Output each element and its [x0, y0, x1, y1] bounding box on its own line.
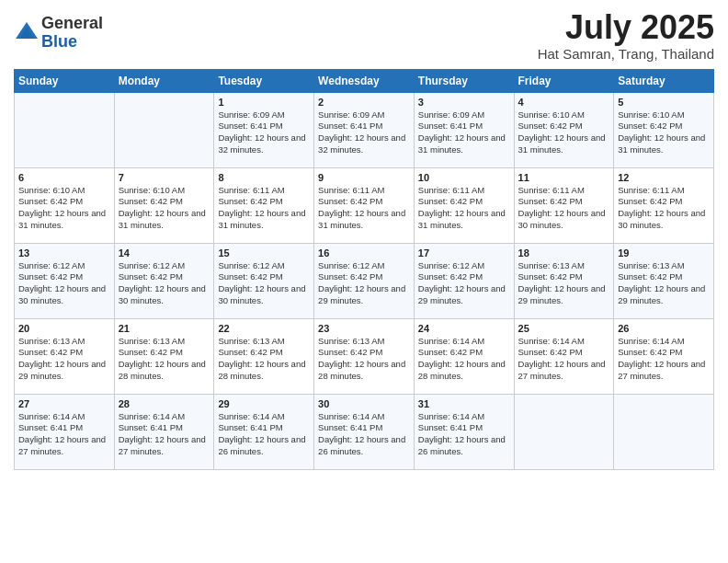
- calendar-cell: 1Sunrise: 6:09 AMSunset: 6:41 PMDaylight…: [214, 92, 314, 167]
- calendar-cell: 13Sunrise: 6:12 AMSunset: 6:42 PMDayligh…: [15, 243, 115, 318]
- page-header: General Blue July 2025 Hat Samran, Trang…: [14, 9, 714, 62]
- calendar-cell: 3Sunrise: 6:09 AMSunset: 6:41 PMDaylight…: [414, 92, 514, 167]
- weekday-header: Monday: [114, 69, 214, 92]
- day-number: 4: [518, 97, 610, 108]
- calendar-cell: 14Sunrise: 6:12 AMSunset: 6:42 PMDayligh…: [114, 243, 214, 318]
- calendar-table: SundayMondayTuesdayWednesdayThursdayFrid…: [14, 69, 714, 470]
- day-number: 17: [418, 247, 510, 259]
- calendar-cell: 25Sunrise: 6:14 AMSunset: 6:42 PMDayligh…: [514, 318, 614, 394]
- day-info: Sunrise: 6:13 AMSunset: 6:42 PMDaylight:…: [518, 260, 610, 307]
- day-number: 29: [218, 398, 310, 409]
- calendar-cell: 10Sunrise: 6:11 AMSunset: 6:42 PMDayligh…: [414, 167, 514, 243]
- calendar-cell: 22Sunrise: 6:13 AMSunset: 6:42 PMDayligh…: [214, 318, 314, 394]
- day-info: Sunrise: 6:10 AMSunset: 6:42 PMDaylight:…: [618, 109, 710, 156]
- calendar-cell: 11Sunrise: 6:11 AMSunset: 6:42 PMDayligh…: [514, 167, 614, 243]
- day-number: 20: [18, 323, 110, 334]
- day-info: Sunrise: 6:11 AMSunset: 6:42 PMDaylight:…: [318, 185, 410, 232]
- calendar-cell: 29Sunrise: 6:14 AMSunset: 6:41 PMDayligh…: [214, 394, 314, 469]
- weekday-row: SundayMondayTuesdayWednesdayThursdayFrid…: [15, 69, 714, 92]
- day-number: 12: [618, 172, 710, 183]
- day-info: Sunrise: 6:09 AMSunset: 6:41 PMDaylight:…: [418, 109, 510, 156]
- day-info: Sunrise: 6:14 AMSunset: 6:41 PMDaylight:…: [318, 411, 410, 458]
- calendar-cell: 9Sunrise: 6:11 AMSunset: 6:42 PMDaylight…: [314, 167, 415, 243]
- day-number: 21: [119, 323, 210, 334]
- day-info: Sunrise: 6:09 AMSunset: 6:41 PMDaylight:…: [318, 109, 410, 156]
- logo-text: General Blue: [41, 15, 103, 52]
- day-info: Sunrise: 6:11 AMSunset: 6:42 PMDaylight:…: [218, 185, 310, 232]
- calendar-cell: 17Sunrise: 6:12 AMSunset: 6:42 PMDayligh…: [414, 243, 514, 318]
- day-number: 27: [18, 398, 110, 409]
- calendar-week-row: 27Sunrise: 6:14 AMSunset: 6:41 PMDayligh…: [15, 394, 714, 469]
- day-info: Sunrise: 6:14 AMSunset: 6:42 PMDaylight:…: [418, 336, 510, 383]
- title-block: July 2025 Hat Samran, Trang, Thailand: [538, 9, 714, 62]
- day-info: Sunrise: 6:13 AMSunset: 6:42 PMDaylight:…: [618, 260, 710, 307]
- calendar-week-row: 13Sunrise: 6:12 AMSunset: 6:42 PMDayligh…: [15, 243, 714, 318]
- calendar-body: 1Sunrise: 6:09 AMSunset: 6:41 PMDaylight…: [15, 92, 714, 469]
- month-year: July 2025: [538, 9, 714, 46]
- logo-general: General: [41, 15, 103, 33]
- day-info: Sunrise: 6:11 AMSunset: 6:42 PMDaylight:…: [518, 185, 610, 232]
- day-info: Sunrise: 6:13 AMSunset: 6:42 PMDaylight:…: [119, 336, 210, 383]
- calendar-cell: 15Sunrise: 6:12 AMSunset: 6:42 PMDayligh…: [214, 243, 314, 318]
- day-number: 13: [18, 247, 110, 259]
- day-number: 16: [318, 247, 410, 259]
- day-info: Sunrise: 6:10 AMSunset: 6:42 PMDaylight:…: [518, 109, 610, 156]
- day-number: 1: [218, 97, 310, 108]
- calendar-cell: [114, 92, 214, 167]
- day-info: Sunrise: 6:12 AMSunset: 6:42 PMDaylight:…: [218, 260, 310, 307]
- calendar-cell: 7Sunrise: 6:10 AMSunset: 6:42 PMDaylight…: [114, 167, 214, 243]
- day-number: 24: [418, 323, 510, 334]
- day-info: Sunrise: 6:14 AMSunset: 6:41 PMDaylight:…: [218, 411, 310, 458]
- weekday-header: Thursday: [414, 69, 514, 92]
- day-number: 6: [18, 172, 110, 183]
- day-info: Sunrise: 6:13 AMSunset: 6:42 PMDaylight:…: [18, 336, 110, 383]
- calendar-cell: 6Sunrise: 6:10 AMSunset: 6:42 PMDaylight…: [15, 167, 115, 243]
- calendar-cell: 18Sunrise: 6:13 AMSunset: 6:42 PMDayligh…: [514, 243, 614, 318]
- day-number: 11: [518, 172, 610, 183]
- day-info: Sunrise: 6:12 AMSunset: 6:42 PMDaylight:…: [318, 260, 410, 307]
- day-number: 7: [119, 172, 210, 183]
- weekday-header: Tuesday: [214, 69, 314, 92]
- day-number: 5: [618, 97, 710, 108]
- calendar-cell: 31Sunrise: 6:14 AMSunset: 6:41 PMDayligh…: [414, 394, 514, 469]
- calendar-cell: 21Sunrise: 6:13 AMSunset: 6:42 PMDayligh…: [114, 318, 214, 394]
- day-info: Sunrise: 6:14 AMSunset: 6:41 PMDaylight:…: [119, 411, 210, 458]
- day-info: Sunrise: 6:12 AMSunset: 6:42 PMDaylight:…: [418, 260, 510, 307]
- day-info: Sunrise: 6:10 AMSunset: 6:42 PMDaylight:…: [119, 185, 210, 232]
- location: Hat Samran, Trang, Thailand: [538, 46, 714, 62]
- calendar-cell: [514, 394, 614, 469]
- logo-blue: Blue: [41, 33, 103, 52]
- day-info: Sunrise: 6:14 AMSunset: 6:41 PMDaylight:…: [418, 411, 510, 458]
- calendar-cell: 30Sunrise: 6:14 AMSunset: 6:41 PMDayligh…: [314, 394, 415, 469]
- calendar-cell: [15, 92, 115, 167]
- day-number: 9: [318, 172, 410, 183]
- day-info: Sunrise: 6:13 AMSunset: 6:42 PMDaylight:…: [218, 336, 310, 383]
- day-info: Sunrise: 6:09 AMSunset: 6:41 PMDaylight:…: [218, 109, 310, 156]
- day-info: Sunrise: 6:12 AMSunset: 6:42 PMDaylight:…: [18, 260, 110, 307]
- weekday-header: Sunday: [15, 69, 115, 92]
- day-info: Sunrise: 6:11 AMSunset: 6:42 PMDaylight:…: [618, 185, 710, 232]
- day-number: 8: [218, 172, 310, 183]
- day-info: Sunrise: 6:12 AMSunset: 6:42 PMDaylight:…: [119, 260, 210, 307]
- day-info: Sunrise: 6:14 AMSunset: 6:42 PMDaylight:…: [618, 336, 710, 383]
- calendar-cell: 26Sunrise: 6:14 AMSunset: 6:42 PMDayligh…: [614, 318, 714, 394]
- calendar-cell: 27Sunrise: 6:14 AMSunset: 6:41 PMDayligh…: [15, 394, 115, 469]
- weekday-header: Saturday: [614, 69, 714, 92]
- day-number: 14: [119, 247, 210, 259]
- day-info: Sunrise: 6:11 AMSunset: 6:42 PMDaylight:…: [418, 185, 510, 232]
- day-number: 10: [418, 172, 510, 183]
- logo: General Blue: [14, 15, 103, 52]
- day-number: 26: [618, 323, 710, 334]
- calendar-cell: 2Sunrise: 6:09 AMSunset: 6:41 PMDaylight…: [314, 92, 415, 167]
- day-number: 23: [318, 323, 410, 334]
- day-number: 3: [418, 97, 510, 108]
- day-info: Sunrise: 6:14 AMSunset: 6:42 PMDaylight:…: [518, 336, 610, 383]
- day-info: Sunrise: 6:13 AMSunset: 6:42 PMDaylight:…: [318, 336, 410, 383]
- calendar-cell: 28Sunrise: 6:14 AMSunset: 6:41 PMDayligh…: [114, 394, 214, 469]
- calendar-cell: [614, 394, 714, 469]
- calendar-week-row: 20Sunrise: 6:13 AMSunset: 6:42 PMDayligh…: [15, 318, 714, 394]
- day-number: 22: [218, 323, 310, 334]
- day-number: 25: [518, 323, 610, 334]
- day-number: 15: [218, 247, 310, 259]
- day-number: 31: [418, 398, 510, 409]
